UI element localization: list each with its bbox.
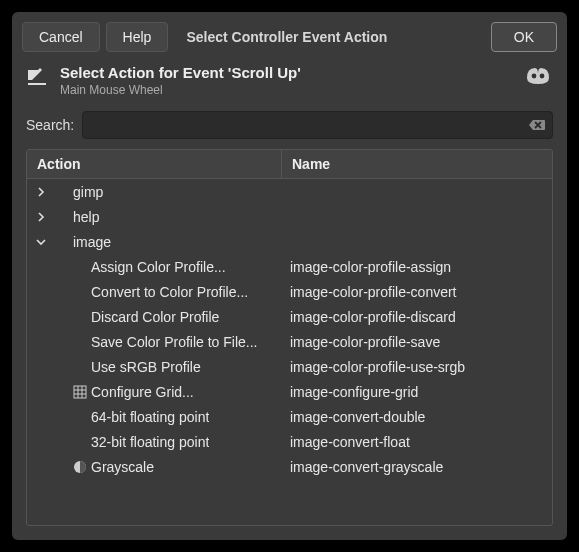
search-row: Search: [12,105,567,149]
action-label: image [73,234,111,250]
grayscale-icon [71,459,89,475]
table-row[interactable]: Assign Color Profile...image-color-profi… [27,254,552,279]
action-label: Configure Grid... [91,384,194,400]
table-row[interactable]: image [27,229,552,254]
icon-spacer [53,209,71,225]
action-label: help [73,209,99,225]
column-header-name[interactable]: Name [282,150,552,178]
table-row[interactable]: Use sRGB Profileimage-color-profile-use-… [27,354,552,379]
expander-spacer [33,309,49,325]
search-input[interactable] [89,117,528,133]
cancel-button[interactable]: Cancel [22,22,100,52]
icon-spacer [53,184,71,200]
table-row[interactable]: gimp [27,179,552,204]
action-name: image-configure-grid [282,384,552,400]
table-row[interactable]: 64-bit floating pointimage-convert-doubl… [27,404,552,429]
action-name: image-color-profile-save [282,334,552,350]
action-name: image-color-profile-use-srgb [282,359,552,375]
header-title: Select Action for Event 'Scroll Up' [60,64,513,81]
svg-rect-1 [28,83,38,85]
column-header-action[interactable]: Action [27,150,282,178]
wilber-icon [523,64,553,91]
clear-search-icon[interactable] [528,117,546,133]
expander-spacer [33,409,49,425]
search-box[interactable] [82,111,553,139]
icon-spacer [53,234,71,250]
action-label: 32-bit floating point [91,434,209,450]
icon-spacer [71,359,89,375]
action-name: image-color-profile-discard [282,309,552,325]
table-row[interactable]: 32-bit floating pointimage-convert-float [27,429,552,454]
expander-spacer [33,259,49,275]
expander-spacer [33,459,49,475]
icon-spacer [71,284,89,300]
help-button[interactable]: Help [106,22,169,52]
icon-spacer [71,309,89,325]
table-header: Action Name [27,150,552,179]
table-row[interactable]: Grayscaleimage-convert-grayscale [27,454,552,479]
action-label: gimp [73,184,103,200]
icon-spacer [71,334,89,350]
search-label: Search: [26,117,74,133]
action-table: Action Name gimphelpimageAssign Color Pr… [26,149,553,526]
icon-spacer [71,409,89,425]
titlebar: Cancel Help Select Controller Event Acti… [12,12,567,60]
action-name: image-convert-float [282,434,552,450]
dialog: Cancel Help Select Controller Event Acti… [12,12,567,540]
action-label: Grayscale [91,459,154,475]
expander-spacer [33,284,49,300]
action-label: Save Color Profile to File... [91,334,258,350]
edit-action-icon [26,66,50,91]
action-name: image-color-profile-assign [282,259,552,275]
action-name: image-color-profile-convert [282,284,552,300]
svg-point-3 [540,74,545,79]
svg-point-2 [532,74,537,79]
table-row[interactable]: help [27,204,552,229]
header: Select Action for Event 'Scroll Up' Main… [12,60,567,105]
table-row[interactable]: Save Color Profile to File...image-color… [27,329,552,354]
window-title: Select Controller Event Action [174,29,484,45]
chevron-down-icon[interactable] [33,234,49,250]
svg-rect-4 [74,386,86,398]
action-label: 64-bit floating point [91,409,209,425]
grid-icon [71,384,89,400]
chevron-right-icon[interactable] [33,209,49,225]
expander-spacer [33,384,49,400]
table-row[interactable]: Convert to Color Profile...image-color-p… [27,279,552,304]
icon-spacer [71,434,89,450]
action-label: Convert to Color Profile... [91,284,248,300]
expander-spacer [33,334,49,350]
action-label: Assign Color Profile... [91,259,226,275]
action-label: Discard Color Profile [91,309,219,325]
action-label: Use sRGB Profile [91,359,201,375]
expander-spacer [33,434,49,450]
action-name: image-convert-double [282,409,552,425]
icon-spacer [71,259,89,275]
header-subtitle: Main Mouse Wheel [60,83,513,97]
table-row[interactable]: Discard Color Profileimage-color-profile… [27,304,552,329]
table-row[interactable]: Configure Grid...image-configure-grid [27,379,552,404]
chevron-right-icon[interactable] [33,184,49,200]
expander-spacer [33,359,49,375]
action-name: image-convert-grayscale [282,459,552,475]
table-body[interactable]: gimphelpimageAssign Color Profile...imag… [27,179,552,525]
ok-button[interactable]: OK [491,22,557,52]
